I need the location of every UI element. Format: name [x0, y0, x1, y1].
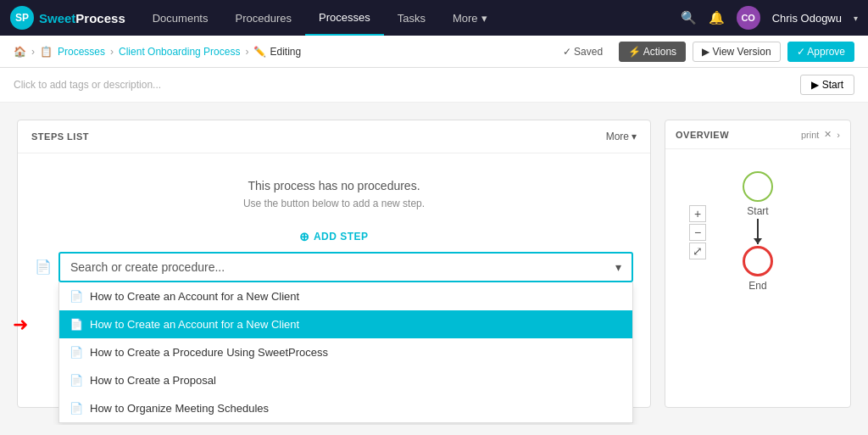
- doc-icon: 📄: [70, 290, 83, 303]
- doc-icon: 📄: [70, 346, 83, 359]
- dropdown-list: 📄 How to Create an Account for a New Cli…: [58, 282, 633, 423]
- dropdown-chevron-icon: ▾: [615, 260, 621, 274]
- nav-more[interactable]: More ▾: [439, 0, 501, 36]
- plus-icon: ⊕: [299, 230, 310, 243]
- nav-procedures[interactable]: Procedures: [221, 0, 304, 36]
- nav-tasks[interactable]: Tasks: [384, 0, 439, 36]
- user-name: Chris Odogwu: [772, 12, 842, 25]
- dropdown-item-3[interactable]: 📄 How to Create a Proposal: [59, 366, 632, 394]
- steps-more-button[interactable]: More ▾: [606, 131, 637, 142]
- dropdown-item-2[interactable]: 📄 How to Create a Procedure Using SweetP…: [59, 338, 632, 366]
- steps-title: STEPS LIST: [31, 131, 89, 142]
- start-button[interactable]: ▶ Start: [800, 75, 854, 95]
- search-button[interactable]: 🔍: [681, 10, 697, 25]
- doc-icon: 📄: [70, 402, 83, 415]
- overview-controls: print ✕ ›: [801, 129, 840, 140]
- breadcrumb-processes[interactable]: Processes: [58, 46, 105, 58]
- logo[interactable]: SP SweetProcess: [10, 6, 125, 30]
- nav-right: 🔍 🔔 CO Chris Odogwu ▾: [681, 6, 858, 30]
- doc-icon: 📄: [70, 318, 83, 331]
- expand-overview-icon[interactable]: ›: [837, 130, 840, 140]
- search-dropdown[interactable]: Search or create procedure... ▾: [58, 252, 633, 282]
- print-button[interactable]: print: [801, 130, 819, 140]
- dropdown-item-1[interactable]: ➜ 📄 How to Create an Account for a New C…: [59, 310, 632, 338]
- search-placeholder: Search or create procedure...: [70, 260, 225, 274]
- home-icon[interactable]: 🏠: [14, 46, 26, 58]
- logo-text: SweetProcess: [39, 11, 125, 25]
- flow-arrow: [757, 219, 759, 244]
- start-node: Start: [743, 171, 773, 217]
- end-node: End: [743, 246, 773, 292]
- flow-chart: Start End: [743, 171, 773, 292]
- edit-icon: ✏️: [253, 46, 266, 58]
- tag-placeholder[interactable]: Click to add tags or description...: [14, 79, 161, 91]
- overview-panel: OVERVIEW print ✕ › + − ⤢ Start: [665, 120, 851, 408]
- saved-button: ✓ Saved: [554, 42, 612, 62]
- steps-panel: STEPS LIST More ▾ This process has no pr…: [17, 120, 651, 408]
- dropdown-wrapper: Search or create procedure... ▾ 📄 How to…: [58, 252, 633, 282]
- breadcrumb-editing: ✏️ Editing: [253, 46, 301, 58]
- steps-empty: This process has no procedures. Use the …: [18, 153, 650, 223]
- approve-button[interactable]: ✓ Approve: [787, 42, 854, 62]
- start-label: Start: [747, 205, 768, 217]
- dropdown-item-0[interactable]: 📄 How to Create an Account for a New Cli…: [59, 282, 632, 310]
- zoom-out-button[interactable]: −: [689, 224, 706, 241]
- nav-documents[interactable]: Documents: [139, 0, 222, 36]
- zoom-in-button[interactable]: +: [689, 205, 706, 222]
- chevron-down-icon: ▾: [481, 12, 487, 25]
- view-version-button[interactable]: ▶ View Version: [693, 42, 781, 62]
- chevron-down-icon: ▾: [632, 131, 637, 142]
- dropdown-item-4[interactable]: 📄 How to Organize Meeting Schedules: [59, 394, 632, 422]
- zoom-controls: + − ⤢: [689, 205, 706, 259]
- nav-processes[interactable]: Processes: [305, 0, 384, 36]
- close-overview-icon[interactable]: ✕: [824, 129, 832, 140]
- overview-title: OVERVIEW: [676, 130, 729, 140]
- zoom-fit-button[interactable]: ⤢: [689, 243, 706, 259]
- start-circle: [743, 171, 773, 202]
- end-circle: [743, 246, 773, 276]
- steps-empty-title: This process has no procedures.: [35, 179, 633, 192]
- arrow-indicator: ➜: [13, 314, 28, 336]
- notification-button[interactable]: 🔔: [709, 10, 725, 25]
- steps-empty-subtitle: Use the button below to add a new step.: [35, 198, 633, 209]
- avatar: CO: [737, 6, 760, 30]
- breadcrumb: 🏠 › 📋 Processes › Client Onboarding Proc…: [14, 46, 301, 58]
- actions-button[interactable]: ⚡ Actions: [619, 42, 686, 62]
- add-step-area: ⊕ ADD STEP 📄 Search or create procedure.…: [18, 223, 650, 296]
- main-content: STEPS LIST More ▾ This process has no pr…: [0, 103, 868, 425]
- steps-header: STEPS LIST More ▾: [18, 120, 650, 153]
- overview-body: + − ⤢ Start End: [665, 149, 850, 305]
- top-nav: SP SweetProcess Documents Procedures Pro…: [0, 0, 868, 36]
- dropdown-container: 📄 Search or create procedure... ▾ 📄 How …: [18, 252, 650, 282]
- user-menu-chevron[interactable]: ▾: [854, 14, 858, 23]
- logo-icon: SP: [10, 6, 34, 30]
- end-label: End: [748, 280, 766, 292]
- nav-items: Documents Procedures Processes Tasks Mor…: [139, 0, 501, 36]
- breadcrumb-client-onboarding[interactable]: Client Onboarding Process: [119, 46, 240, 58]
- breadcrumb-icon: 📋: [40, 46, 53, 58]
- overview-header: OVERVIEW print ✕ ›: [665, 120, 850, 149]
- breadcrumb-actions: ✓ Saved ⚡ Actions ▶ View Version ✓ Appro…: [554, 42, 854, 62]
- doc-icon-left: 📄: [35, 259, 52, 275]
- add-step-button[interactable]: ⊕ ADD STEP: [299, 230, 368, 243]
- doc-icon: 📄: [70, 374, 83, 387]
- tag-bar: Click to add tags or description... ▶ St…: [0, 68, 868, 103]
- breadcrumb-bar: 🏠 › 📋 Processes › Client Onboarding Proc…: [0, 36, 868, 68]
